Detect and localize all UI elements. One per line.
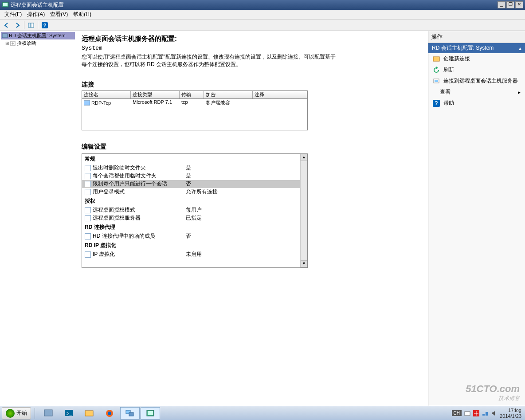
svg-rect-9	[433, 57, 439, 61]
tree-pane: RD 会话主机配置: System ⊞ 授权诊断	[0, 31, 76, 406]
col-trans[interactable]: 传输	[180, 91, 204, 98]
setting-row-temp-delete[interactable]: 退出时删除临时文件夹是	[82, 164, 307, 172]
page-title: 远程桌面会话主机服务器的配置:	[82, 35, 423, 43]
col-enc[interactable]: 加密	[204, 91, 253, 98]
titlebar: 远程桌面会话主机配置 _ ❐ ✕	[0, 0, 525, 10]
task-rdp[interactable]	[120, 407, 140, 420]
menu-help[interactable]: 帮助(H)	[71, 10, 94, 19]
svg-rect-6	[2, 34, 8, 38]
refresh-icon	[433, 67, 440, 74]
tree-root[interactable]: RD 会话主机配置: System	[1, 32, 75, 39]
setting-row-logon-mode[interactable]: 用户登录模式允许所有连接	[82, 188, 307, 196]
submenu-arrow-icon: ▸	[518, 89, 521, 95]
table-row[interactable]: RDP-Tcp Microsoft RDP 7.1 tcp 客户端兼容	[82, 99, 307, 107]
setting-row-broker-member[interactable]: RD 连接代理中的场的成员否	[82, 232, 307, 240]
windows-orb-icon	[6, 409, 15, 418]
task-server-manager[interactable]	[39, 407, 58, 420]
svg-rect-21	[129, 412, 133, 416]
restore-button[interactable]: ❐	[506, 1, 514, 8]
task-firefox[interactable]	[100, 407, 119, 420]
taskbar: 开始 >_ CH 17:log 2014/1/23	[0, 406, 525, 420]
settings-list: 常规 退出时删除临时文件夹是 每个会话都使用临时文件夹是 限制每个用户只能进行一…	[82, 153, 308, 268]
task-tsconfig[interactable]	[141, 407, 160, 420]
scroll-up-button[interactable]: ▲	[301, 154, 307, 161]
system-tray: CH 17:log 2014/1/23	[452, 408, 525, 418]
taskbar-items: >_	[39, 407, 160, 420]
collapse-icon[interactable]: ▴	[519, 45, 521, 51]
connections-header: 连接	[82, 81, 423, 89]
group-ipv: RD IP 虚拟化	[82, 240, 307, 251]
show-hide-tree-button[interactable]	[26, 20, 36, 30]
forward-button[interactable]	[12, 20, 22, 30]
col-comm[interactable]: 注释	[253, 91, 307, 98]
tray-network-icon[interactable]	[482, 410, 488, 416]
help-button[interactable]: ?	[40, 20, 50, 30]
connection-icon	[84, 100, 90, 106]
svg-rect-11	[435, 80, 438, 82]
group-license: 授权	[82, 196, 307, 206]
property-icon	[85, 233, 91, 239]
server-icon	[2, 33, 8, 39]
action-view[interactable]: 查看 ▸	[428, 86, 525, 98]
main-area: RD 会话主机配置: System ⊞ 授权诊断 远程桌面会话主机服务器的配置:…	[0, 31, 525, 406]
setting-row-single-session[interactable]: 限制每个用户只能进行一个会话否	[82, 180, 307, 188]
col-name[interactable]: 连接名	[82, 91, 131, 98]
menu-view[interactable]: 查看(V)	[47, 10, 71, 19]
property-icon	[85, 207, 91, 213]
new-connection-icon	[433, 55, 440, 63]
svg-rect-17	[85, 411, 93, 416]
close-button[interactable]: ✕	[515, 1, 523, 8]
tree-root-label: RD 会话主机配置: System	[9, 32, 66, 39]
scroll-down-button[interactable]: ▼	[301, 260, 307, 267]
setting-row-license-server[interactable]: 远程桌面授权服务器已指定	[82, 214, 307, 222]
toolbar-separator	[24, 21, 24, 29]
task-powershell[interactable]: >_	[59, 407, 78, 420]
col-type[interactable]: 连接类型	[131, 91, 180, 98]
setting-row-ip-virtualization[interactable]: IP 虚拟化未启用	[82, 251, 307, 259]
action-refresh[interactable]: 刷新	[428, 64, 525, 75]
app-icon	[2, 1, 9, 8]
ime-indicator[interactable]: CH	[452, 410, 462, 416]
description: 您可以使用"远程桌面会话主机配置"配置新连接的设置、修改现有连接的设置，以及删除…	[82, 53, 339, 68]
help-icon: ?	[433, 100, 440, 107]
tray-flag-icon[interactable]	[473, 410, 479, 416]
minimize-button[interactable]: _	[498, 1, 505, 8]
property-icon	[85, 165, 91, 171]
toolbar: ?	[0, 20, 525, 31]
menu-file[interactable]: 文件(F)	[2, 10, 24, 19]
property-icon	[85, 189, 91, 195]
setting-row-license-mode[interactable]: 远程桌面授权模式每用户	[82, 206, 307, 214]
scrollbar[interactable]: ▲ ▼	[300, 154, 307, 267]
diag-icon	[10, 40, 16, 47]
action-new-connection[interactable]: 创建新连接	[428, 53, 525, 64]
action-help[interactable]: ? 帮助	[428, 98, 525, 109]
actions-section-header[interactable]: RD 会话主机配置: System ▴	[428, 43, 525, 53]
menubar: 文件(F) 操作(A) 查看(V) 帮助(H)	[0, 10, 525, 20]
taskbar-separator	[35, 408, 35, 419]
tray-sound-icon[interactable]	[491, 410, 497, 416]
actions-header: 操作	[428, 31, 525, 43]
tray-icon[interactable]	[464, 410, 470, 416]
task-explorer[interactable]	[79, 407, 99, 420]
svg-rect-23	[148, 411, 153, 415]
cell-enc: 客户端兼容	[204, 99, 253, 107]
back-button[interactable]	[2, 20, 12, 30]
edit-settings-header: 编辑设置	[82, 143, 423, 151]
svg-rect-2	[28, 23, 31, 27]
cell-trans: tcp	[180, 99, 204, 107]
svg-text:>_: >_	[67, 411, 72, 416]
group-general: 常规	[82, 154, 307, 164]
svg-text:?: ?	[43, 23, 47, 28]
content-pane: 远程桌面会话主机服务器的配置: System 您可以使用"远程桌面会话主机配置"…	[76, 31, 428, 406]
expand-icon[interactable]: ⊞	[5, 41, 9, 46]
table-header-row: 连接名 连接类型 传输 加密 注释	[82, 91, 307, 99]
tree-child[interactable]: ⊞ 授权诊断	[1, 39, 75, 47]
setting-row-temp-use[interactable]: 每个会话都使用临时文件夹是	[82, 172, 307, 180]
cell-type: Microsoft RDP 7.1	[131, 99, 180, 107]
action-connect-server[interactable]: 连接到远程桌面会话主机服务器	[428, 75, 525, 86]
start-button[interactable]: 开始	[2, 407, 31, 420]
svg-rect-26	[482, 414, 485, 416]
clock[interactable]: 17:log 2014/1/23	[500, 408, 521, 418]
menu-action[interactable]: 操作(A)	[24, 10, 47, 19]
svg-rect-3	[31, 23, 34, 27]
